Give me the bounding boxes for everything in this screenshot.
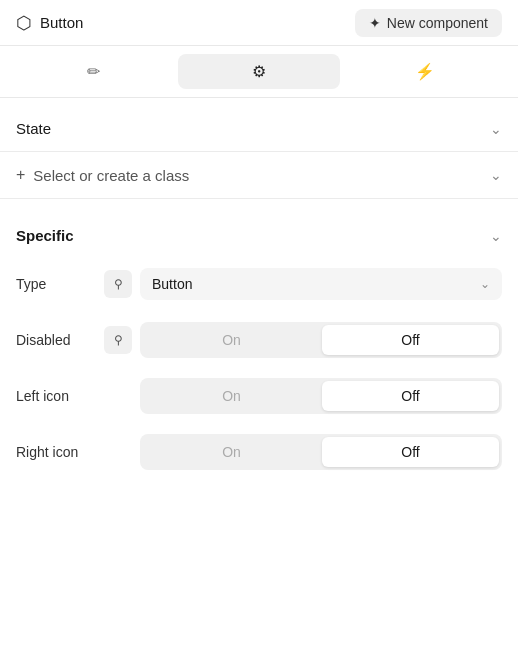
class-label: Select or create a class: [33, 167, 189, 184]
disabled-toggle: On Off: [140, 322, 502, 358]
disabled-off-button[interactable]: Off: [322, 325, 499, 355]
disabled-pin-icon: ⚲: [114, 333, 123, 347]
header: ⬡ Button ✦ New component: [0, 0, 518, 46]
right-icon-label: Right icon: [16, 444, 96, 460]
disabled-on-button[interactable]: On: [143, 325, 320, 355]
prop-row-right-icon: Right icon On Off: [0, 424, 518, 480]
left-icon-label: Left icon: [16, 388, 96, 404]
state-chevron-icon: ⌄: [490, 121, 502, 137]
class-row-left: + Select or create a class: [16, 166, 189, 184]
prop-row-disabled: Disabled ⚲ On Off: [0, 312, 518, 368]
lightning-icon: ⚡: [415, 62, 435, 81]
sparkle-icon: ✦: [369, 15, 381, 31]
right-icon-on-button[interactable]: On: [143, 437, 320, 467]
prop-row-left-icon: Left icon On Off: [0, 368, 518, 424]
settings-icon: ⚙: [252, 62, 266, 81]
left-icon-off-button[interactable]: Off: [322, 381, 499, 411]
class-chevron-icon: ⌄: [490, 167, 502, 183]
edit-icon: ✏: [87, 62, 100, 81]
specific-section-header[interactable]: Specific ⌄: [0, 207, 518, 256]
class-section[interactable]: + Select or create a class ⌄: [0, 152, 518, 199]
new-component-label: New component: [387, 15, 488, 31]
header-left: ⬡ Button: [16, 12, 83, 34]
type-dropdown[interactable]: Button ⌄: [140, 268, 502, 300]
left-icon-toggle: On Off: [140, 378, 502, 414]
prop-row-type: Type ⚲ Button ⌄: [0, 256, 518, 312]
plus-icon: +: [16, 166, 25, 184]
tab-settings[interactable]: ⚙: [178, 54, 340, 89]
specific-chevron-icon: ⌄: [490, 228, 502, 244]
cursor-icon: ⬡: [16, 12, 32, 34]
type-value: Button: [152, 276, 192, 292]
type-pin-icon: ⚲: [114, 277, 123, 291]
disabled-icon-button[interactable]: ⚲: [104, 326, 132, 354]
tab-edit[interactable]: ✏: [12, 54, 174, 89]
right-icon-off-button[interactable]: Off: [322, 437, 499, 467]
header-title: Button: [40, 14, 83, 31]
left-icon-on-button[interactable]: On: [143, 381, 320, 411]
type-chevron-icon: ⌄: [480, 277, 490, 291]
new-component-button[interactable]: ✦ New component: [355, 9, 502, 37]
disabled-label: Disabled: [16, 332, 96, 348]
type-icon-button[interactable]: ⚲: [104, 270, 132, 298]
toolbar: ✏ ⚙ ⚡: [0, 46, 518, 98]
state-section[interactable]: State ⌄: [0, 106, 518, 152]
state-label: State: [16, 120, 51, 137]
right-icon-toggle: On Off: [140, 434, 502, 470]
specific-title: Specific: [16, 227, 74, 244]
tab-lightning[interactable]: ⚡: [344, 54, 506, 89]
type-label: Type: [16, 276, 96, 292]
